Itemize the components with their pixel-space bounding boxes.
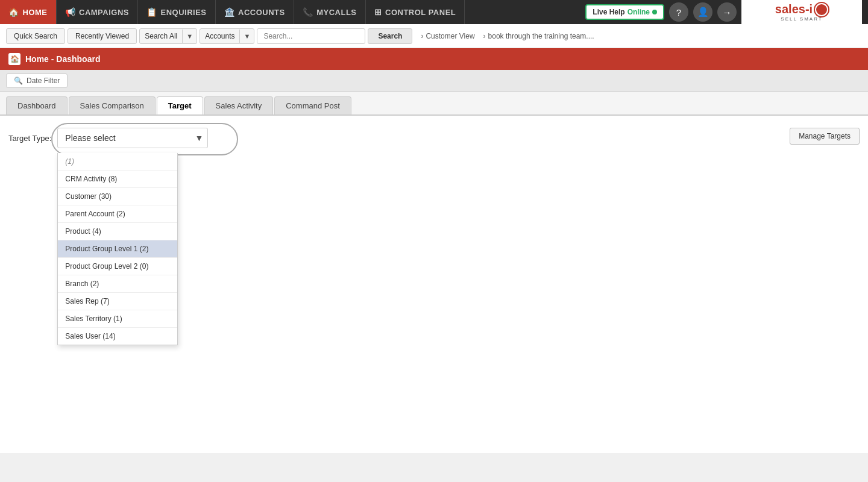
tab-sales-comparison[interactable]: Sales Comparison: [69, 96, 156, 114]
mycalls-icon: 📞: [303, 7, 313, 17]
filter-icon: 🔍: [14, 77, 23, 85]
date-filter-label: Date Filter: [27, 77, 60, 85]
accounts-icon: 🏦: [224, 7, 235, 17]
recently-viewed-button[interactable]: Recently Viewed: [68, 28, 137, 44]
online-status: Online: [627, 8, 650, 16]
dropdown-item-sales-rep[interactable]: Sales Rep (7): [58, 293, 177, 310]
breadcrumb-text: Home - Dashboard: [25, 54, 100, 64]
arrow-button[interactable]: →: [717, 2, 737, 22]
target-type-row: Target Type: Please select CRM Activity …: [8, 128, 860, 148]
dropdown-item-partial[interactable]: (1): [58, 153, 177, 171]
dropdown-list: (1) CRM Activity (8) Customer (30) Paren…: [57, 153, 178, 345]
search-all-label: Search All: [140, 29, 182, 43]
dropdown-item-branch[interactable]: Branch (2): [58, 275, 177, 293]
dropdown-item-customer[interactable]: Customer (30): [58, 188, 177, 205]
dropdown-item-crm[interactable]: CRM Activity (8): [58, 171, 177, 188]
dropdown-item-sales-territory[interactable]: Sales Territory (1): [58, 310, 177, 328]
logo: sales-i SELL SMART: [741, 0, 862, 24]
quick-search-button[interactable]: Quick Search: [6, 28, 65, 44]
filter-bar: 🔍 Date Filter: [0, 70, 868, 92]
scope-arrow[interactable]: ▼: [239, 30, 254, 43]
search-all-dropdown[interactable]: Search All ▼: [139, 28, 197, 44]
logo-area: sales-i SELL SMART: [775, 2, 828, 22]
tab-command-post[interactable]: Command Post: [274, 96, 351, 114]
tab-dashboard[interactable]: Dashboard: [6, 96, 68, 114]
select-wrapper: Please select CRM Activity (8) Customer …: [57, 128, 208, 148]
scope-dropdown[interactable]: Accounts ▼: [200, 28, 254, 44]
nav-home-label: HOME: [23, 8, 48, 17]
target-type-select[interactable]: Please select CRM Activity (8) Customer …: [57, 128, 208, 148]
breadcrumb-icon: 🏠: [8, 53, 20, 65]
dropdown-item-product[interactable]: Product (4): [58, 223, 177, 240]
top-nav: 🏠 HOME 📢 CAMPAIGNS 📋 ENQUIRIES 🏦 ACCOUNT…: [0, 0, 868, 24]
search-button[interactable]: Search: [368, 28, 412, 44]
nav-home[interactable]: 🏠 HOME: [0, 0, 57, 24]
training-link[interactable]: book through the training team....: [483, 32, 594, 40]
user-button[interactable]: 👤: [693, 2, 712, 22]
nav-accounts[interactable]: 🏦 ACCOUNTS: [216, 0, 294, 24]
search-input[interactable]: [257, 28, 365, 44]
tab-target[interactable]: Target: [157, 96, 203, 114]
nav-accounts-label: ACCOUNTS: [238, 8, 285, 17]
customer-view-link[interactable]: Customer View: [415, 32, 480, 40]
nav-mycalls-label: MYCALLS: [316, 8, 356, 17]
content-area: Manage Targets Target Type: Please selec…: [0, 116, 868, 453]
campaigns-icon: 📢: [65, 7, 76, 17]
search-all-arrow[interactable]: ▼: [182, 30, 197, 43]
tab-sales-activity[interactable]: Sales Activity: [204, 96, 274, 114]
nav-controlpanel-label: CONTROL PANEL: [385, 8, 456, 17]
nav-enquiries[interactable]: 📋 ENQUIRIES: [138, 0, 216, 24]
online-dot: [652, 10, 657, 14]
breadcrumb-bar: 🏠 Home - Dashboard: [0, 48, 868, 70]
nav-mycalls[interactable]: 📞 MYCALLS: [294, 0, 366, 24]
help-button[interactable]: ?: [669, 2, 688, 22]
nav-enquiries-label: ENQUIRIES: [160, 8, 206, 17]
enquiries-icon: 📋: [146, 7, 157, 17]
date-filter-button[interactable]: 🔍 Date Filter: [6, 74, 68, 88]
nav-right-section: Live Help Online ? 👤 → sales-i SELL SMAR…: [585, 0, 868, 24]
nav-controlpanel[interactable]: ⊞ CONTROL PANEL: [366, 0, 465, 24]
dropdown-item-sales-user[interactable]: Sales User (14): [58, 328, 177, 345]
logo-main-text: sales-i: [775, 2, 813, 16]
nav-campaigns-label: CAMPAIGNS: [79, 8, 129, 17]
search-bar: Quick Search Recently Viewed Search All …: [0, 24, 868, 48]
dropdown-item-product-group-1[interactable]: Product Group Level 1 (2): [58, 240, 177, 258]
scope-label: Accounts: [200, 29, 239, 43]
logo-sub-text: SELL SMART: [781, 16, 822, 22]
live-help-label: Live Help: [593, 8, 624, 16]
nav-campaigns[interactable]: 📢 CAMPAIGNS: [57, 0, 138, 24]
live-help-button[interactable]: Live Help Online: [585, 4, 664, 20]
dropdown-item-parent-account[interactable]: Parent Account (2): [58, 205, 177, 223]
target-type-label: Target Type:: [8, 134, 51, 143]
tabs-bar: Dashboard Sales Comparison Target Sales …: [0, 92, 868, 116]
dropdown-item-product-group-2[interactable]: Product Group Level 2 (0): [58, 258, 177, 275]
controlpanel-icon: ⊞: [374, 7, 382, 17]
home-icon: 🏠: [8, 7, 19, 17]
